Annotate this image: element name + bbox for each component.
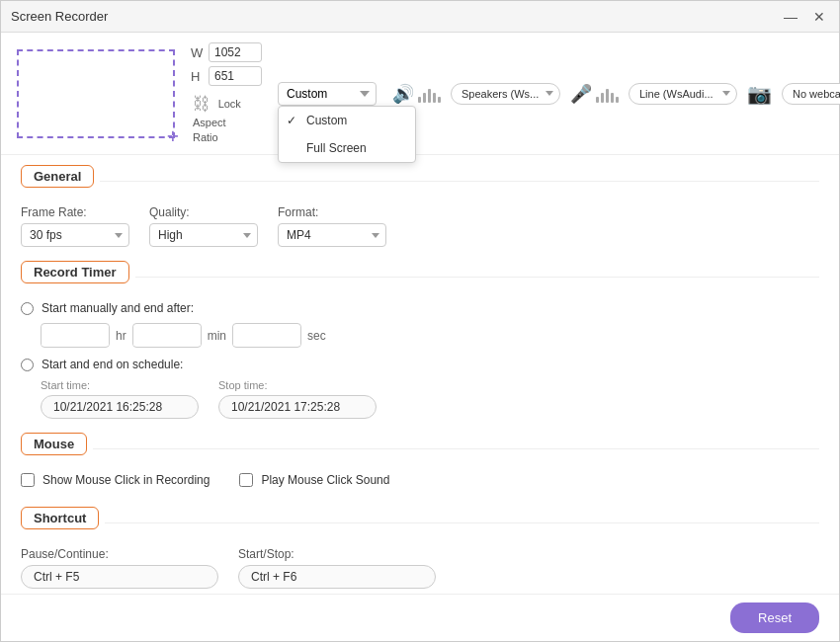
format-label: Format: xyxy=(278,205,386,219)
play-sound-label: Play Mouse Click Sound xyxy=(261,473,389,487)
pause-shortcut-label: Pause/Continue: xyxy=(21,547,218,561)
main-window: Screen Recorder — ✕ ✛ W H ⛓ Lock AspectR… xyxy=(0,0,840,642)
start-time-label: Start time: xyxy=(41,379,199,391)
line-group: 🎤 xyxy=(570,83,619,105)
preset-select[interactable]: Custom Full Screen xyxy=(278,82,377,106)
hr-unit: hr xyxy=(116,329,126,343)
webcam-icon: 📷 xyxy=(747,82,772,106)
speaker-select[interactable]: Speakers (Ws... xyxy=(451,83,560,105)
shortcut-controls-row: Pause/Continue: Start/Stop: xyxy=(21,547,819,589)
manual-label: Start manually and end after: xyxy=(42,301,194,315)
startstop-shortcut-group: Start/Stop: xyxy=(238,547,436,589)
general-form-row: Frame Rate: 30 fps 15 fps 24 fps 60 fps … xyxy=(21,205,819,247)
webcam-select[interactable]: No webcam ... xyxy=(782,83,840,105)
audio-controls: 🔊 Speakers (Ws... 🎤 xyxy=(392,82,840,106)
height-label: H xyxy=(191,69,205,84)
timer-header-row: Record Timer xyxy=(21,261,819,293)
manual-radio[interactable] xyxy=(21,302,34,315)
preset-option-fullscreen[interactable]: Full Screen xyxy=(279,134,415,162)
play-sound-checkbox[interactable] xyxy=(239,473,253,487)
width-input[interactable] xyxy=(209,42,262,62)
format-group: Format: MP4 AVI MOV GIF xyxy=(278,205,386,247)
dimension-controls: W H ⛓ Lock AspectRatio xyxy=(191,42,262,144)
mouse-section-header: Mouse xyxy=(21,433,87,455)
frame-rate-label: Frame Rate: xyxy=(21,205,129,219)
capture-area-preview: ✛ xyxy=(17,49,175,138)
close-button[interactable]: ✕ xyxy=(809,9,829,25)
bar4 xyxy=(433,93,436,103)
stop-time-input[interactable] xyxy=(218,395,377,419)
preset-dropdown-area: Custom Full Screen Custom Full Screen xyxy=(278,82,377,106)
footer: Reset xyxy=(1,594,839,641)
hr-spinner: ▲ ▼ xyxy=(41,323,110,348)
shortcut-section-header: Shortcut xyxy=(21,507,99,529)
startstop-shortcut-input[interactable] xyxy=(238,565,436,589)
mouse-options-row: Show Mouse Click in Recording Play Mouse… xyxy=(21,473,819,493)
show-click-checkbox[interactable] xyxy=(21,473,35,487)
general-divider xyxy=(100,181,819,182)
reset-button[interactable]: Reset xyxy=(730,602,819,633)
frame-rate-select[interactable]: 30 fps 15 fps 24 fps 60 fps xyxy=(21,223,129,247)
bar3 xyxy=(428,89,431,103)
general-section-header: General xyxy=(21,165,94,188)
timer-inputs-row: ▲ ▼ hr ▲ ▼ min ▲ ▼ xyxy=(21,323,819,348)
show-click-row: Show Mouse Click in Recording xyxy=(21,473,210,487)
quality-group: Quality: High Low Medium xyxy=(149,205,258,247)
start-time-group: Start time: xyxy=(41,379,199,419)
stop-time-group: Stop time: xyxy=(218,379,377,419)
lbar3 xyxy=(606,89,609,103)
sec-input[interactable] xyxy=(233,326,301,346)
min-spinner: ▲ ▼ xyxy=(132,323,202,348)
lbar4 xyxy=(611,93,614,103)
lock-aspect-area: ⛓ Lock AspectRatio xyxy=(191,94,262,144)
crosshair-icon: ✛ xyxy=(165,128,181,144)
hr-input[interactable] xyxy=(42,326,110,346)
speaker-group: 🔊 xyxy=(392,83,441,105)
minimize-button[interactable]: — xyxy=(780,9,801,25)
top-section: ✛ W H ⛓ Lock AspectRatio Custom Full Scr xyxy=(1,33,839,155)
shortcut-section: Shortcut Pause/Continue: Start/Stop: xyxy=(21,507,819,589)
shortcut-divider xyxy=(105,522,819,523)
schedule-radio-row: Start and end on schedule: xyxy=(21,358,819,371)
format-select[interactable]: MP4 AVI MOV GIF xyxy=(278,223,386,247)
schedule-radio[interactable] xyxy=(21,359,34,371)
preset-select-wrapper: Custom Full Screen Custom Full Screen xyxy=(278,82,377,106)
main-content: General Frame Rate: 30 fps 15 fps 24 fps… xyxy=(1,155,839,594)
bar1 xyxy=(418,97,421,103)
quality-label: Quality: xyxy=(149,205,258,219)
height-input[interactable] xyxy=(209,66,262,86)
record-timer-section-header: Record Timer xyxy=(21,261,129,283)
shortcut-header-row: Shortcut xyxy=(21,507,819,539)
play-sound-row: Play Mouse Click Sound xyxy=(239,473,389,487)
mouse-header-row: Mouse xyxy=(21,433,819,465)
sec-unit: sec xyxy=(307,329,326,343)
sec-spinner: ▲ ▼ xyxy=(232,323,301,348)
title-bar: Screen Recorder — ✕ xyxy=(1,1,839,33)
bar5 xyxy=(438,97,441,103)
show-click-label: Show Mouse Click in Recording xyxy=(42,473,210,487)
speaker-icon: 🔊 xyxy=(392,83,414,105)
pause-shortcut-input[interactable] xyxy=(21,565,218,589)
lbar5 xyxy=(616,97,619,103)
quality-select[interactable]: High Low Medium xyxy=(149,223,258,247)
schedule-time-row: Start time: Stop time: xyxy=(21,379,819,419)
mouse-divider xyxy=(93,448,819,449)
pause-shortcut-group: Pause/Continue: xyxy=(21,547,218,589)
speaker-bars xyxy=(418,85,441,103)
frame-rate-group: Frame Rate: 30 fps 15 fps 24 fps 60 fps xyxy=(21,205,129,247)
schedule-label: Start and end on schedule: xyxy=(42,358,183,371)
lbar2 xyxy=(601,93,604,103)
general-section: General Frame Rate: 30 fps 15 fps 24 fps… xyxy=(21,165,819,247)
preset-option-custom[interactable]: Custom xyxy=(279,107,415,134)
lbar1 xyxy=(596,97,599,103)
record-timer-section: Record Timer Start manually and end afte… xyxy=(21,261,819,419)
timer-divider xyxy=(135,277,819,278)
min-unit: min xyxy=(208,329,226,343)
window-controls: — ✕ xyxy=(780,9,829,25)
mouse-section: Mouse Show Mouse Click in Recording Play… xyxy=(21,433,819,493)
line-select[interactable]: Line (WsAudi... xyxy=(629,83,737,105)
stop-time-label: Stop time: xyxy=(218,379,377,391)
preset-dropdown-menu: Custom Full Screen xyxy=(278,106,416,163)
start-time-input[interactable] xyxy=(41,395,199,419)
min-input[interactable] xyxy=(133,326,202,346)
